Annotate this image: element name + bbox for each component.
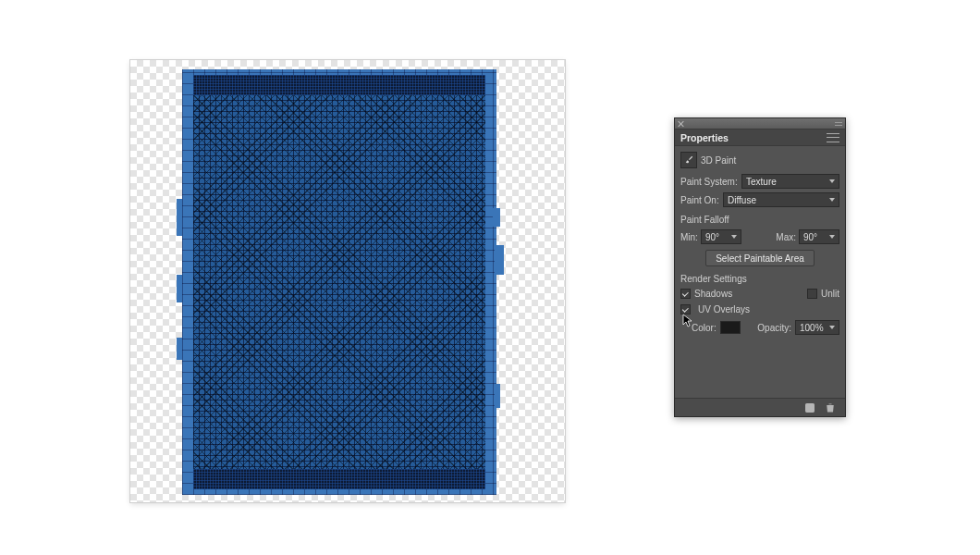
falloff-max-select[interactable]: 90° bbox=[799, 229, 839, 244]
shadows-label: Shadows bbox=[694, 289, 732, 299]
paint-falloff-section: Paint Falloff bbox=[680, 215, 839, 225]
paint-on-select[interactable]: Diffuse bbox=[723, 192, 839, 207]
panel-grip-icon[interactable] bbox=[835, 121, 842, 127]
falloff-max-value: 90° bbox=[803, 232, 817, 242]
chevron-down-icon bbox=[731, 235, 737, 239]
panel-chrome bbox=[675, 118, 845, 130]
svg-point-1 bbox=[808, 406, 811, 409]
falloff-min-select[interactable]: 90° bbox=[701, 229, 741, 244]
unlit-label: Unlit bbox=[821, 289, 839, 299]
panel-header: Properties bbox=[675, 130, 845, 146]
chevron-down-icon bbox=[829, 179, 835, 183]
uv-overlays-checkbox[interactable] bbox=[680, 304, 691, 314]
paint-on-label: Paint On: bbox=[680, 195, 719, 205]
brush-icon[interactable] bbox=[680, 152, 697, 168]
trash-icon[interactable] bbox=[825, 402, 836, 413]
uv-edge-bump bbox=[177, 338, 182, 360]
uv-mesh-overlay bbox=[193, 75, 485, 489]
uv-edge-bump bbox=[177, 199, 182, 236]
render-settings-section: Render Settings bbox=[680, 274, 839, 284]
paint-system-select[interactable]: Texture bbox=[741, 174, 839, 189]
render-preset-icon[interactable] bbox=[804, 402, 815, 413]
paint-system-label: Paint System: bbox=[680, 177, 738, 187]
overlay-opacity-value: 100% bbox=[800, 323, 824, 333]
close-icon[interactable] bbox=[678, 120, 685, 128]
uv-edge-bump bbox=[495, 245, 504, 275]
falloff-max-label: Max: bbox=[776, 232, 796, 242]
panel-footer bbox=[675, 398, 845, 416]
chevron-down-icon bbox=[829, 198, 835, 202]
paint-system-value: Texture bbox=[746, 177, 777, 187]
uv-canvas[interactable] bbox=[130, 60, 565, 502]
overlay-color-swatch[interactable] bbox=[720, 321, 741, 334]
overlay-opacity-label: Opacity: bbox=[757, 323, 791, 333]
uv-edge-bump bbox=[495, 384, 500, 408]
overlay-color-label: Color: bbox=[692, 323, 717, 333]
mode-label: 3D Paint bbox=[701, 155, 736, 166]
uv-edge-bump bbox=[493, 208, 500, 227]
chevron-down-icon bbox=[829, 326, 835, 329]
uv-edge-bottom bbox=[193, 469, 485, 489]
chevron-down-icon bbox=[829, 235, 835, 239]
unlit-checkbox[interactable] bbox=[807, 289, 817, 299]
select-paintable-area-label: Select Paintable Area bbox=[716, 253, 804, 264]
select-paintable-area-button[interactable]: Select Paintable Area bbox=[705, 250, 815, 266]
panel-title: Properties bbox=[680, 132, 729, 143]
overlay-opacity-select[interactable]: 100% bbox=[795, 320, 839, 335]
shadows-checkbox[interactable] bbox=[680, 289, 691, 299]
falloff-min-value: 90° bbox=[705, 232, 719, 242]
properties-panel: Properties 3D Paint Paint System: Textur… bbox=[674, 117, 846, 417]
paint-on-value: Diffuse bbox=[728, 195, 756, 205]
panel-menu-icon[interactable] bbox=[827, 133, 839, 142]
uv-overlays-label: UV Overlays bbox=[698, 304, 750, 314]
uv-edge-top bbox=[193, 75, 485, 95]
falloff-min-label: Min: bbox=[680, 232, 698, 242]
uv-edge-bump bbox=[177, 275, 182, 302]
